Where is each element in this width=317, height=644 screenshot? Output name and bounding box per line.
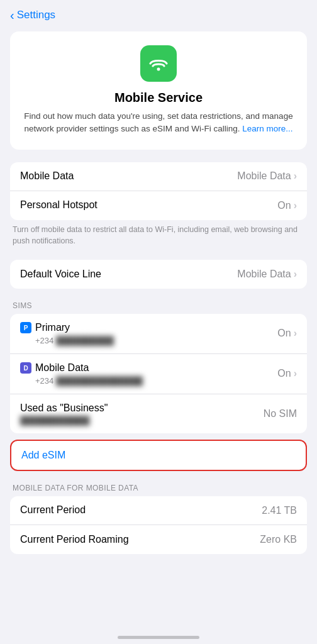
main-card: Mobile Data Mobile Data › Personal Hotsp… bbox=[10, 162, 307, 220]
add-esim-card[interactable]: Add eSIM bbox=[10, 440, 307, 471]
personal-hotspot-value: On › bbox=[277, 200, 297, 211]
svg-point-0 bbox=[157, 68, 160, 71]
mobile-data-chevron: › bbox=[294, 170, 297, 182]
current-period-roaming-label: Current Period Roaming bbox=[20, 533, 129, 547]
learn-more-link[interactable]: Learn more... bbox=[242, 124, 292, 133]
personal-hotspot-row[interactable]: Personal Hotspot On › bbox=[10, 191, 307, 220]
business-sim-value: No SIM bbox=[264, 408, 297, 419]
voice-line-chevron: › bbox=[294, 269, 297, 280]
mobile-data-sim-label: Mobile Data bbox=[35, 362, 89, 375]
back-button[interactable]: ‹ Settings bbox=[10, 9, 55, 21]
primary-sim-row[interactable]: P Primary +234 ██████████ On › bbox=[10, 314, 307, 354]
current-period-label: Current Period bbox=[20, 504, 86, 517]
mobile-data-label: Mobile Data bbox=[20, 170, 74, 183]
current-period-value: 2.41 TB bbox=[262, 505, 297, 516]
default-voice-line-value: Mobile Data › bbox=[237, 269, 297, 280]
mobile-data-sim-row[interactable]: D Mobile Data +234 ███████████████ On › bbox=[10, 354, 307, 394]
nav-bar: ‹ Settings bbox=[0, 0, 317, 26]
sims-section: SIMs P Primary +234 ██████████ On › bbox=[10, 301, 307, 433]
mobile-data-sim-badge: D bbox=[20, 362, 31, 374]
mobile-data-note: Turn off mobile data to restrict all dat… bbox=[10, 220, 307, 248]
mobile-data-sim-number: +234 ███████████████ bbox=[35, 376, 143, 386]
primary-sim-number: +234 ██████████ bbox=[35, 336, 114, 345]
business-sim-blurred: ████████████ bbox=[20, 416, 90, 425]
mobile-data-section: MOBILE DATA FOR MOBILE DATA Current Peri… bbox=[10, 484, 307, 554]
back-chevron-icon: ‹ bbox=[10, 9, 14, 21]
hero-description: Find out how much data you're using, set… bbox=[23, 110, 294, 136]
personal-hotspot-chevron: › bbox=[294, 200, 297, 211]
current-period-roaming-row: Current Period Roaming Zero KB bbox=[10, 525, 307, 554]
primary-sim-value: On › bbox=[277, 328, 297, 339]
hero-title: Mobile Service bbox=[114, 91, 203, 105]
add-esim-section: Add eSIM bbox=[10, 440, 307, 471]
sims-section-label: SIMs bbox=[10, 301, 307, 310]
mobile-data-row[interactable]: Mobile Data Mobile Data › bbox=[10, 162, 307, 191]
mobile-data-sim-blurred: ███████████████ bbox=[56, 376, 143, 386]
mobile-service-icon bbox=[140, 45, 177, 82]
mobile-data-value: Mobile Data › bbox=[237, 170, 297, 182]
default-voice-line-row[interactable]: Default Voice Line Mobile Data › bbox=[10, 260, 307, 289]
home-indicator bbox=[118, 636, 199, 639]
business-sim-row[interactable]: Used as "Business" ████████████ No SIM bbox=[10, 394, 307, 434]
primary-sim-chevron: › bbox=[294, 328, 297, 339]
add-esim-row[interactable]: Add eSIM bbox=[11, 441, 306, 470]
primary-sim-badge: P bbox=[20, 322, 31, 333]
current-period-row: Current Period 2.41 TB bbox=[10, 496, 307, 525]
main-section: Mobile Data Mobile Data › Personal Hotsp… bbox=[10, 162, 307, 248]
add-esim-label[interactable]: Add eSIM bbox=[21, 450, 65, 461]
hero-card: Mobile Service Find out how much data yo… bbox=[10, 31, 307, 150]
primary-sim-blurred: ██████████ bbox=[56, 336, 114, 345]
primary-sim-label: Primary bbox=[35, 321, 70, 335]
mobile-data-card: Current Period 2.41 TB Current Period Ro… bbox=[10, 496, 307, 554]
wifi-signal-icon bbox=[147, 52, 170, 75]
mobile-data-sim-value: On › bbox=[277, 368, 297, 379]
voice-line-card: Default Voice Line Mobile Data › bbox=[10, 260, 307, 289]
current-period-roaming-value: Zero KB bbox=[260, 534, 297, 545]
voice-line-section: Default Voice Line Mobile Data › bbox=[10, 260, 307, 289]
business-sim-label: Used as "Business" bbox=[20, 402, 108, 415]
mobile-data-sim-chevron: › bbox=[294, 368, 297, 379]
personal-hotspot-label: Personal Hotspot bbox=[20, 199, 97, 212]
back-label: Settings bbox=[17, 9, 55, 21]
mobile-data-section-label: MOBILE DATA FOR MOBILE DATA bbox=[10, 484, 307, 492]
default-voice-line-label: Default Voice Line bbox=[20, 268, 101, 281]
sims-card: P Primary +234 ██████████ On › D bbox=[10, 314, 307, 433]
